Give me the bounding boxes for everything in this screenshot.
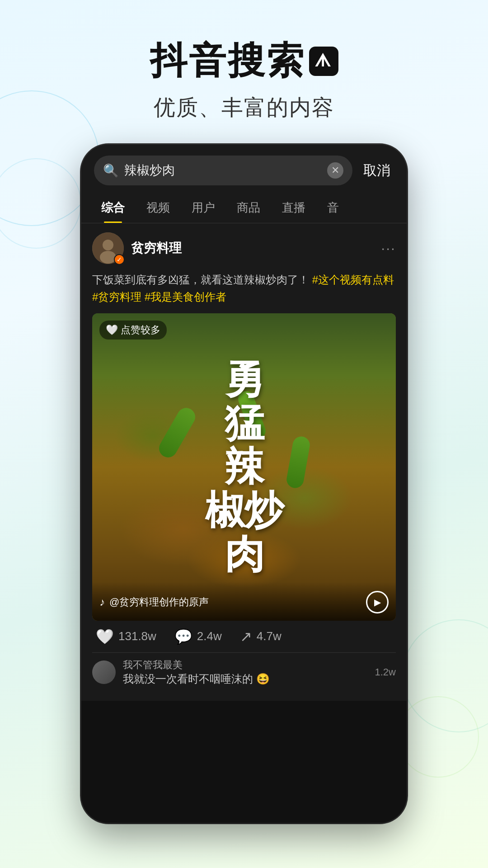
check-icon: ✓ <box>117 256 122 263</box>
share-icon: ↗ <box>240 628 252 645</box>
sound-bar: ♪ @贫穷料理创作的原声 ▶ <box>92 582 396 621</box>
search-query: 辣椒炒肉 <box>124 162 322 179</box>
play-icon: ▶ <box>374 597 381 608</box>
tab-comprehensive[interactable]: 综合 <box>90 193 136 223</box>
comment-text: 我就没一次看时不咽唾沫的 😆 <box>123 672 368 686</box>
interaction-bar: 🤍 131.8w 💬 2.4w ↗ 4.7w <box>92 621 396 652</box>
svg-point-1 <box>103 240 113 250</box>
comment-icon: 💬 <box>174 628 192 645</box>
phone-screen: 🔍 辣椒炒肉 ✕ 取消 综合 视频 用户 <box>81 145 407 823</box>
avatar-container: ✓ <box>92 232 124 264</box>
video-text-line2: 猛 <box>205 401 283 445</box>
likes-count: 131.8w <box>118 629 156 643</box>
sound-text: @贫穷料理创作的原声 <box>109 595 209 609</box>
comment-avatar <box>92 660 116 684</box>
tiktok-note-icon: ♪ <box>99 596 105 609</box>
bg-decoration-4 <box>398 696 479 778</box>
video-text-line3: 辣 <box>205 445 283 489</box>
video-text-line5: 肉 <box>205 533 283 576</box>
search-input-container[interactable]: 🔍 辣椒炒肉 ✕ <box>94 156 352 185</box>
video-thumbnail[interactable]: 🤍 点赞较多 勇 猛 辣 椒炒 肉 ♪ @贫穷料理创作的原声 <box>92 313 396 621</box>
desc-main: 下饭菜到底有多凶猛，就看这道辣椒炒肉了！ <box>92 274 309 286</box>
tab-user[interactable]: 用户 <box>181 193 226 223</box>
search-results: ✓ 贫穷料理 ··· 下饭菜到底有多凶猛，就看这道辣椒炒肉了！ #这个视频有点料… <box>81 223 407 701</box>
cancel-button[interactable]: 取消 <box>360 161 394 180</box>
header-section: 抖音搜索 优质、丰富的内容 <box>0 0 488 140</box>
tiktok-brand-icon <box>309 47 338 76</box>
sound-info: ♪ @贫穷料理创作的原声 <box>99 595 209 609</box>
subtitle: 优质、丰富的内容 <box>0 93 488 122</box>
likes-badge: 🤍 点赞较多 <box>99 321 167 340</box>
video-overlay-text: 勇 猛 辣 椒炒 肉 <box>205 358 283 576</box>
shares-interaction[interactable]: ↗ 4.7w <box>240 628 282 645</box>
comment-count: 1.2w <box>375 666 396 678</box>
more-options-button[interactable]: ··· <box>381 240 396 257</box>
phone-mockup: 🔍 辣椒炒肉 ✕ 取消 综合 视频 用户 <box>81 145 407 823</box>
clear-button[interactable]: ✕ <box>327 162 343 179</box>
result-description: 下饭菜到底有多凶猛，就看这道辣椒炒肉了！ #这个视频有点料 #贫穷料理 #我是美… <box>92 271 396 306</box>
tab-live[interactable]: 直播 <box>271 193 316 223</box>
video-text-line4: 椒炒 <box>205 489 283 533</box>
heart-mini-icon: 🤍 <box>106 324 118 336</box>
tabs-container: 综合 视频 用户 商品 直播 音 <box>81 193 407 223</box>
svg-point-2 <box>100 251 116 264</box>
tab-video[interactable]: 视频 <box>136 193 181 223</box>
verified-badge: ✓ <box>114 254 125 265</box>
clear-icon: ✕ <box>331 165 339 176</box>
play-button[interactable]: ▶ <box>366 591 389 613</box>
tab-sound[interactable]: 音 <box>316 193 350 223</box>
title-text: 抖音搜索 <box>150 36 305 86</box>
comments-interaction[interactable]: 💬 2.4w <box>174 628 222 645</box>
comment-preview: 我不管我最美 我就没一次看时不咽唾沫的 😆 1.2w <box>92 652 396 692</box>
search-icon: 🔍 <box>103 163 119 178</box>
comment-username: 我不管我最美 <box>123 658 368 672</box>
search-bar: 🔍 辣椒炒肉 ✕ 取消 <box>81 145 407 193</box>
tab-product[interactable]: 商品 <box>226 193 271 223</box>
likes-interaction[interactable]: 🤍 131.8w <box>96 628 156 645</box>
comment-content: 我不管我最美 我就没一次看时不咽唾沫的 😆 <box>123 658 368 686</box>
result-user-card: ✓ 贫穷料理 ··· <box>92 232 396 264</box>
likes-badge-text: 点赞较多 <box>121 323 160 337</box>
video-text-line1: 勇 <box>205 358 283 401</box>
phone-frame: 🔍 辣椒炒肉 ✕ 取消 综合 视频 用户 <box>81 145 407 823</box>
main-title: 抖音搜索 <box>0 36 488 86</box>
heart-icon: 🤍 <box>96 628 114 645</box>
shares-count: 4.7w <box>257 629 282 643</box>
comments-count: 2.4w <box>197 629 222 643</box>
result-username[interactable]: 贫穷料理 <box>131 240 182 257</box>
